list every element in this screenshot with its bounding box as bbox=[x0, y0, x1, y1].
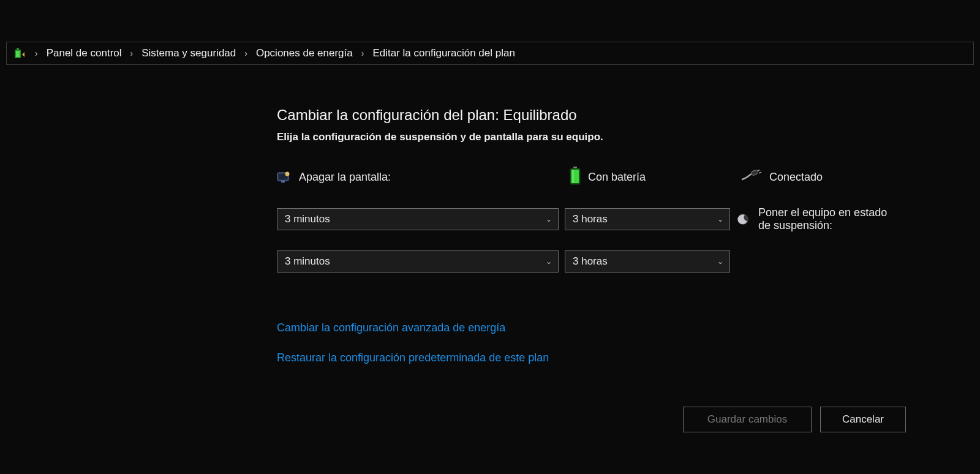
link-advanced-settings[interactable]: Cambiar la configuración avanzada de ene… bbox=[277, 322, 920, 334]
page-title: Cambiar la configuración del plan: Equil… bbox=[277, 107, 920, 124]
save-button[interactable]: Guardar cambios bbox=[683, 407, 812, 432]
sleep-plugged-dropdown[interactable]: 3 horas ⌄ bbox=[565, 250, 730, 273]
column-header-plugged: Conectado bbox=[736, 170, 902, 185]
monitor-icon bbox=[277, 171, 290, 184]
links-section: Cambiar la configuración avanzada de ene… bbox=[277, 322, 920, 364]
chevron-down-icon: ⌄ bbox=[717, 215, 723, 224]
main-content: Cambiar la configuración del plan: Equil… bbox=[277, 107, 920, 364]
column-header-plugged-label: Conectado bbox=[769, 171, 823, 184]
display-off-battery-dropdown[interactable]: 3 minutos ⌄ bbox=[277, 208, 559, 230]
sleep-battery-dropdown[interactable]: 3 minutos ⌄ bbox=[277, 250, 559, 273]
display-off-plugged-dropdown[interactable]: 3 horas ⌄ bbox=[565, 208, 730, 230]
display-off-plugged-value: 3 horas bbox=[573, 213, 608, 225]
svg-rect-1 bbox=[16, 51, 20, 57]
chevron-right-icon: › bbox=[239, 48, 252, 58]
svg-point-13 bbox=[285, 171, 290, 176]
power-plan-icon bbox=[13, 47, 26, 59]
svg-line-9 bbox=[759, 172, 761, 173]
breadcrumb-system-security[interactable]: Sistema y seguridad bbox=[141, 47, 236, 59]
chevron-down-icon: ⌄ bbox=[717, 257, 723, 266]
svg-rect-6 bbox=[571, 170, 574, 183]
cancel-button[interactable]: Cancelar bbox=[820, 407, 906, 432]
chevron-right-icon: › bbox=[30, 48, 43, 58]
breadcrumb-power-options[interactable]: Opciones de energía bbox=[256, 47, 353, 59]
row-display-off-text: Apagar la pantalla: bbox=[299, 171, 391, 184]
link-restore-defaults[interactable]: Restaurar la configuración predeterminad… bbox=[277, 352, 920, 364]
breadcrumb[interactable]: › Panel de control › Sistema y seguridad… bbox=[6, 42, 974, 65]
column-header-battery: Con batería bbox=[565, 167, 730, 188]
chevron-down-icon: ⌄ bbox=[546, 257, 552, 266]
svg-line-8 bbox=[758, 170, 760, 171]
row-sleep-text: Poner el equipo en estado de suspensión: bbox=[758, 206, 902, 232]
svg-rect-12 bbox=[281, 181, 285, 182]
settings-grid: Con batería Conectado bbox=[277, 167, 920, 273]
moon-icon bbox=[736, 213, 750, 226]
chevron-right-icon: › bbox=[356, 48, 369, 58]
battery-icon bbox=[570, 167, 581, 188]
breadcrumb-edit-plan[interactable]: Editar la configuración del plan bbox=[372, 47, 514, 59]
row-display-off-label: Apagar la pantalla: bbox=[277, 171, 559, 184]
svg-rect-2 bbox=[17, 48, 19, 50]
sleep-battery-value: 3 minutos bbox=[285, 255, 330, 268]
button-row: Guardar cambios Cancelar bbox=[683, 407, 906, 432]
row-sleep-label: Poner el equipo en estado de suspensión: bbox=[736, 206, 902, 232]
plug-icon bbox=[741, 170, 762, 185]
breadcrumb-control-panel[interactable]: Panel de control bbox=[47, 47, 122, 59]
sleep-plugged-value: 3 horas bbox=[573, 255, 608, 268]
display-off-battery-value: 3 minutos bbox=[285, 213, 330, 225]
chevron-right-icon: › bbox=[126, 48, 138, 58]
chevron-down-icon: ⌄ bbox=[546, 215, 552, 224]
page-subtitle: Elija la configuración de suspensión y d… bbox=[277, 131, 920, 143]
column-header-battery-label: Con batería bbox=[588, 171, 646, 184]
